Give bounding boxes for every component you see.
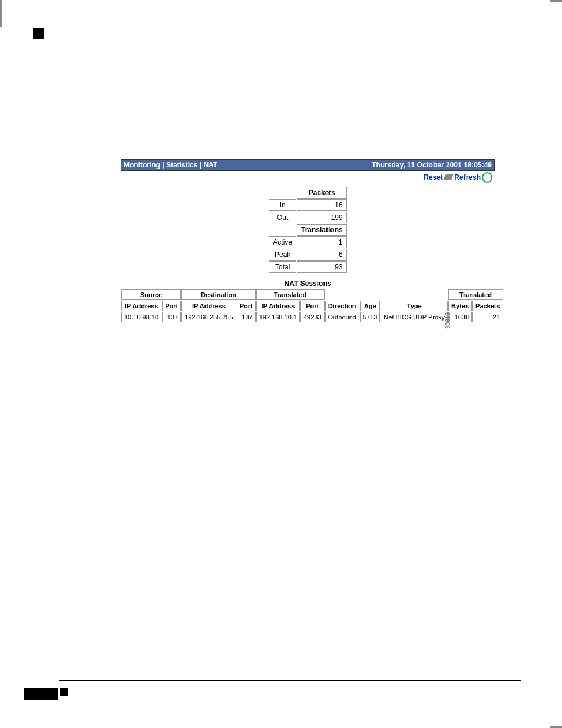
cell-src-port: 137 — [162, 312, 181, 322]
breadcrumb: Monitoring | Statistics | NAT — [124, 161, 217, 169]
col-type: Type — [381, 301, 448, 311]
refresh-label: Refresh — [454, 173, 481, 182]
refresh-icon — [482, 172, 492, 183]
col-header-row: IP Address Port IP Address Port IP Addre… — [121, 301, 503, 311]
col-age: Age — [360, 301, 380, 311]
packets-out-label: Out — [269, 212, 296, 223]
translations-header: Translations — [297, 224, 347, 236]
refresh-button[interactable]: Refresh — [454, 172, 492, 183]
col-tr-port: Port — [300, 301, 325, 311]
cell-type: Net BIOS UDP Proxy — [381, 312, 448, 322]
cell-dst-ip: 192.168.255.255 — [181, 312, 236, 322]
translations-peak-value: 6 — [297, 249, 347, 261]
group-translated: Translated — [256, 289, 325, 300]
page-footer-rule — [59, 680, 521, 681]
packets-in-label: In — [269, 199, 296, 211]
image-id: 60310 — [445, 312, 451, 329]
packets-in-value: 16 — [297, 199, 347, 211]
page-corner-mark-bl — [24, 688, 58, 700]
reset-label: Reset — [424, 173, 443, 182]
eraser-icon — [443, 174, 454, 180]
page-corner-mark-tr — [0, 0, 2, 14]
cell-direction: Outbound — [325, 312, 359, 322]
page-corner-mark-br — [0, 14, 2, 27]
action-row: Reset Refresh — [121, 171, 495, 184]
col-src-ip: IP Address — [121, 301, 161, 311]
cell-bytes: 1638 — [448, 312, 472, 322]
translations-active-value: 1 — [297, 236, 347, 248]
cell-age: 5713 — [360, 312, 380, 322]
reset-button[interactable]: Reset — [424, 173, 452, 182]
packets-out-value: 199 — [297, 212, 347, 223]
col-packets: Packets — [472, 301, 503, 311]
header-timestamp: Thursday, 11 October 2001 18:05:49 — [372, 161, 492, 169]
translations-total-value: 93 — [297, 261, 347, 273]
col-dst-ip: IP Address — [181, 301, 236, 311]
group-destination: Destination — [181, 289, 256, 300]
translations-active-label: Active — [269, 236, 296, 248]
page-corner-mark-tl — [33, 28, 44, 39]
cell-packets: 21 — [472, 312, 503, 322]
group-translated-2: Translated — [448, 289, 503, 300]
group-header-row: Source Destination Translated Translated — [121, 289, 503, 300]
col-dst-port: Port — [237, 301, 256, 311]
panel-header: Monitoring | Statistics | NAT Thursday, … — [121, 159, 495, 171]
translations-total-label: Total — [269, 261, 296, 273]
packets-header: Packets — [297, 187, 347, 199]
cell-tr-port: 49233 — [300, 312, 325, 322]
cell-dst-port: 137 — [237, 312, 256, 322]
col-direction: Direction — [325, 301, 359, 311]
translations-peak-label: Peak — [269, 249, 296, 261]
summary-table: Packets In 16 Out 199 Translations Activ… — [268, 186, 347, 274]
cell-src-ip: 10.10.98.10 — [121, 312, 161, 322]
col-src-port: Port — [162, 301, 181, 311]
page-corner-mark-bl2 — [60, 688, 68, 696]
group-source: Source — [121, 289, 181, 300]
cell-tr-ip: 192.168.10.1 — [256, 312, 300, 322]
nat-sessions-title: NAT Sessions — [121, 279, 495, 288]
col-bytes: Bytes — [448, 301, 472, 311]
col-tr-ip: IP Address — [256, 301, 300, 311]
nat-statistics-panel: Monitoring | Statistics | NAT Thursday, … — [121, 159, 495, 323]
